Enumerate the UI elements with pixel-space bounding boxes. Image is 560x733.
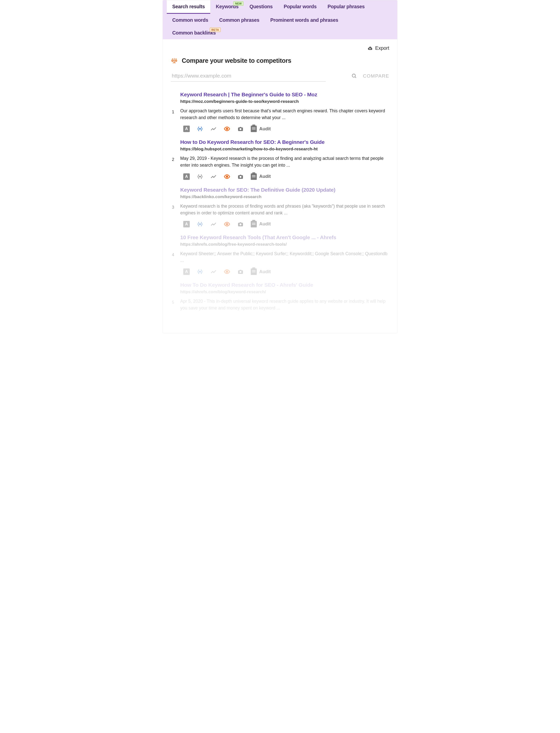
result-number: 5 xyxy=(171,282,174,316)
tab-keywords[interactable]: KeywordsNEW xyxy=(210,0,244,14)
result-item: 2How to Do Keyword Research for SEO: A B… xyxy=(171,139,389,180)
schema-icon[interactable] xyxy=(197,268,203,275)
compare-button[interactable]: COMPARE xyxy=(363,73,389,79)
result-tools: AAudit xyxy=(180,126,389,132)
result-url: https://moz.com/beginners-guide-to-seo/k… xyxy=(180,99,389,104)
result-tools: AAudit xyxy=(180,173,389,180)
trend-icon[interactable] xyxy=(210,126,217,132)
audit-button[interactable]: Audit xyxy=(251,126,271,132)
tabs-row-1: Search resultsKeywordsNEWQuestionsPopula… xyxy=(163,0,397,14)
compare-url-input[interactable] xyxy=(171,70,326,82)
tab-search-results[interactable]: Search results xyxy=(167,0,210,14)
result-item: 3Keyword Research for SEO: The Definitiv… xyxy=(171,187,389,227)
svg-point-9 xyxy=(226,223,228,225)
compare-header: Compare your website to competitors xyxy=(171,57,389,70)
result-tools: AAudit xyxy=(180,221,389,227)
visibility-icon[interactable] xyxy=(224,221,230,227)
svg-point-5 xyxy=(199,176,201,177)
screenshot-icon[interactable] xyxy=(237,268,244,275)
beta-badge: BETA xyxy=(210,28,221,32)
svg-line-1 xyxy=(355,77,356,78)
svg-point-6 xyxy=(226,176,228,177)
screenshot-icon[interactable] xyxy=(237,126,244,132)
archive-icon[interactable]: A xyxy=(183,221,190,227)
result-url: https://ahrefs.com/blog/free-keyword-res… xyxy=(180,242,389,247)
tab-common-phrases[interactable]: Common phrases xyxy=(214,14,265,27)
audit-label: Audit xyxy=(259,269,271,274)
result-url: https://ahrefs.com/blog/keyword-research… xyxy=(180,289,389,294)
export-label: Export xyxy=(375,45,389,51)
visibility-icon[interactable] xyxy=(224,173,230,180)
audit-button[interactable]: Audit xyxy=(251,268,271,275)
compare-title: Compare your website to competitors xyxy=(182,57,291,64)
result-item: 5How To Do Keyword Research for SEO - Ah… xyxy=(171,282,389,316)
clipboard-icon xyxy=(251,173,257,180)
result-number: 2 xyxy=(171,139,174,180)
tab-questions[interactable]: Questions xyxy=(244,0,278,14)
svg-point-0 xyxy=(352,74,355,77)
result-title-link[interactable]: How to Do Keyword Research for SEO: A Be… xyxy=(180,139,389,145)
result-number: 1 xyxy=(171,92,174,132)
result-snippet: Keyword Sheeter;; Answer the Public;; Ke… xyxy=(180,250,389,264)
trend-icon[interactable] xyxy=(210,173,217,180)
clipboard-icon xyxy=(251,221,257,227)
tab-popular-phrases[interactable]: Popular phrases xyxy=(322,0,370,14)
svg-point-10 xyxy=(239,223,241,225)
audit-label: Audit xyxy=(259,126,271,132)
archive-icon[interactable]: A xyxy=(183,268,190,275)
trend-icon[interactable] xyxy=(210,221,217,227)
svg-point-4 xyxy=(239,128,241,130)
result-snippet: Our approach targets users first because… xyxy=(180,108,389,121)
svg-point-13 xyxy=(239,271,241,273)
clipboard-icon xyxy=(251,268,257,275)
svg-point-2 xyxy=(199,128,201,129)
screenshot-icon[interactable] xyxy=(237,173,244,180)
schema-icon[interactable] xyxy=(197,221,203,227)
result-number: 4 xyxy=(171,234,174,275)
result-url: https://blog.hubspot.com/marketing/how-t… xyxy=(180,147,389,152)
svg-point-3 xyxy=(226,128,228,130)
result-snippet: Apr 5, 2020 - This in-depth universal ke… xyxy=(180,298,389,311)
result-number: 3 xyxy=(171,187,174,227)
result-title-link[interactable]: Keyword Research | The Beginner's Guide … xyxy=(180,92,389,98)
result-snippet: Keyword research is the process of findi… xyxy=(180,203,389,216)
tab-prominent-words-phrases[interactable]: Prominent words and phrases xyxy=(265,14,343,27)
visibility-icon[interactable] xyxy=(224,268,230,275)
result-url: https://backlinko.com/keyword-research xyxy=(180,194,389,199)
svg-point-8 xyxy=(199,224,201,225)
audit-button[interactable]: Audit xyxy=(251,173,271,180)
tab-common-backlinks[interactable]: Common backlinksBETA xyxy=(167,27,221,39)
screenshot-icon[interactable] xyxy=(237,221,244,227)
clipboard-icon xyxy=(251,126,257,132)
tabs-row-2: Common wordsCommon phrasesProminent word… xyxy=(163,14,397,39)
export-action[interactable]: Export xyxy=(171,43,389,57)
result-snippet: May 29, 2019 - Keyword research is the p… xyxy=(180,155,389,169)
audit-button[interactable]: Audit xyxy=(251,221,271,227)
tabs-wrapper: Search resultsKeywordsNEWQuestionsPopula… xyxy=(163,0,397,39)
tab-common-words[interactable]: Common words xyxy=(167,14,214,27)
audit-label: Audit xyxy=(259,221,271,227)
trend-icon[interactable] xyxy=(210,268,217,275)
archive-icon[interactable]: A xyxy=(183,126,190,132)
audit-label: Audit xyxy=(259,174,271,179)
cloud-download-icon xyxy=(367,46,373,51)
svg-point-7 xyxy=(239,176,241,178)
result-item: 410 Free Keyword Research Tools (That Ar… xyxy=(171,234,389,275)
search-icon[interactable] xyxy=(351,73,357,79)
scale-icon xyxy=(171,57,178,64)
result-tools: AAudit xyxy=(180,268,389,275)
svg-point-12 xyxy=(226,271,228,273)
schema-icon[interactable] xyxy=(197,126,203,132)
result-title-link[interactable]: How To Do Keyword Research for SEO - Ahr… xyxy=(180,282,389,288)
result-title-link[interactable]: Keyword Research for SEO: The Definitive… xyxy=(180,187,389,193)
result-title-link[interactable]: 10 Free Keyword Research Tools (That Are… xyxy=(180,234,389,240)
tab-popular-words[interactable]: Popular words xyxy=(278,0,322,14)
schema-icon[interactable] xyxy=(197,173,203,180)
new-badge: NEW xyxy=(233,1,243,6)
search-results-list: 1Keyword Research | The Beginner's Guide… xyxy=(171,92,389,316)
archive-icon[interactable]: A xyxy=(183,173,190,180)
svg-point-11 xyxy=(199,271,201,272)
result-item: 1Keyword Research | The Beginner's Guide… xyxy=(171,92,389,132)
visibility-icon[interactable] xyxy=(224,126,230,132)
